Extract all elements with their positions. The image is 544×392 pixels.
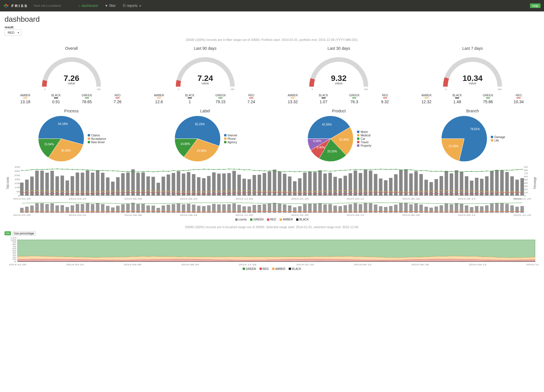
help-button[interactable]: help <box>530 3 541 8</box>
svg-point-184 <box>188 170 189 171</box>
svg-text:80: 80 <box>524 169 528 172</box>
svg-rect-115 <box>344 176 347 196</box>
pie-legend-item[interactable]: Property <box>357 144 371 147</box>
ts-legend-item[interactable]: GREEN <box>250 218 264 221</box>
nav-dashboard[interactable]: ⌂ dashboard <box>78 4 98 8</box>
pie-legend-item[interactable]: Motor <box>357 130 371 134</box>
nav-reports[interactable]: ☷ reports <box>123 4 141 8</box>
svg-point-188 <box>208 169 209 170</box>
gauge-cat-black: BLACK 1.48 <box>442 94 473 104</box>
svg-point-160 <box>67 169 68 170</box>
svg-rect-75 <box>142 172 145 196</box>
pie-legend-item[interactable]: Internet <box>224 134 237 137</box>
svg-point-159 <box>62 169 63 170</box>
area-legend-item[interactable]: BLACK <box>289 267 301 270</box>
pie-legend-item[interactable]: Claims <box>88 134 106 137</box>
svg-rect-130 <box>419 174 423 196</box>
svg-text:2015-04-12: 2015-04-12 <box>346 198 364 200</box>
area-chart-svg[interactable]: 01020304050607080901001102014-01-052014-… <box>5 237 539 266</box>
pie-legend-item[interactable]: Agency <box>224 141 237 144</box>
area-legend-item[interactable]: GREEN <box>243 267 256 270</box>
tagline: fraud, risk & compliance <box>34 4 61 7</box>
gauge-cat-label: AMBER <box>10 94 41 97</box>
svg-rect-94 <box>237 175 241 196</box>
svg-rect-268 <box>35 203 39 213</box>
svg-point-190 <box>218 169 220 170</box>
svg-text:2014-11-09: 2014-11-09 <box>235 214 253 216</box>
svg-point-178 <box>158 171 159 172</box>
filter-icon: ▼ <box>105 4 108 8</box>
svg-point-182 <box>178 170 179 171</box>
page: dashboard result: RED 20000 (100%) recor… <box>0 11 544 274</box>
svg-text:78.61%: 78.61% <box>470 128 480 131</box>
svg-point-207 <box>304 171 305 172</box>
svg-text:2015-06-28: 2015-06-28 <box>411 263 429 265</box>
svg-point-238 <box>461 172 462 172</box>
gauge-cat-green: GREEN 79.15 <box>205 94 236 104</box>
pie-legend-item[interactable]: Life <box>491 139 505 142</box>
ts-legend-item[interactable]: RED <box>267 218 276 221</box>
svg-point-197 <box>254 170 255 171</box>
gauge-cat-bar <box>425 97 429 98</box>
svg-rect-83 <box>182 174 185 196</box>
ts-legend-item[interactable]: BLACK <box>296 218 309 221</box>
svg-point-198 <box>259 170 260 171</box>
result-select[interactable]: RED <box>5 29 21 36</box>
page-title: dashboard <box>5 15 539 24</box>
timeseries-main: 0501001502002503003500102030405060708090… <box>5 166 539 221</box>
area-legend-item[interactable]: AMBER <box>272 267 286 270</box>
svg-text:0: 0 <box>18 194 20 197</box>
logo: FRISS <box>3 3 28 8</box>
svg-marker-2 <box>7 5 9 7</box>
svg-text:2015-01-25: 2015-01-25 <box>296 263 314 265</box>
svg-rect-295 <box>172 204 175 213</box>
svg-rect-149 <box>515 180 519 196</box>
svg-rect-305 <box>222 204 226 213</box>
svg-rect-122 <box>379 178 382 196</box>
toggle-label-button[interactable]: Use percentage <box>12 231 36 236</box>
pie-legend: DamageLife <box>491 135 505 142</box>
svg-text:90: 90 <box>12 241 16 243</box>
pie-legend-item[interactable]: Phone <box>224 137 237 140</box>
pie-legend-item[interactable]: Medical <box>357 134 371 137</box>
svg-point-213 <box>334 170 336 171</box>
svg-rect-294 <box>167 205 170 213</box>
svg-text:90: 90 <box>524 166 528 168</box>
gauge-cat-value: 78.65 <box>71 100 102 104</box>
pie-legend-label: Car <box>360 137 365 140</box>
gauge-title: Last 30 days <box>277 46 400 51</box>
svg-text:40: 40 <box>524 182 528 184</box>
timeseries-overview-svg[interactable]: 2014-01-052014-03-232014-06-082014-08-24… <box>5 201 539 216</box>
svg-rect-102 <box>278 172 281 196</box>
pie-legend-item[interactable]: Damage <box>491 136 505 139</box>
filter-info: 20000 (100%) records are in filter range… <box>5 38 539 41</box>
svg-point-199 <box>264 170 265 171</box>
ts-legend-item[interactable]: counts <box>235 218 247 221</box>
pie-legend-label: Life <box>494 139 499 142</box>
gauge-cat-bar <box>352 97 356 98</box>
pie-legend-item[interactable]: Acceptance <box>88 137 106 140</box>
svg-marker-1 <box>3 5 5 7</box>
svg-text:15.54%: 15.54% <box>44 143 54 146</box>
pie-legend-item[interactable]: New driver <box>88 141 106 144</box>
svg-rect-327 <box>333 206 337 213</box>
svg-text:2014-06-08: 2014-06-08 <box>124 198 142 200</box>
area-legend-item[interactable]: RED <box>260 267 269 270</box>
pie-legend-item[interactable]: Car <box>357 137 371 140</box>
gauge-title: Overall <box>10 46 133 51</box>
svg-point-223 <box>385 169 386 170</box>
nav-filter[interactable]: ▼ filter <box>105 4 116 8</box>
ts-legend-item[interactable]: AMBER <box>280 218 293 221</box>
gauge-svg: 7.24 value 0 100 <box>168 52 242 92</box>
toggle-on-button[interactable]: ON <box>5 231 11 235</box>
svg-rect-59 <box>61 176 64 196</box>
svg-point-171 <box>122 171 123 172</box>
timeseries-main-svg[interactable]: 0501001502002503003500102030405060708090… <box>5 166 539 200</box>
svg-point-249 <box>517 169 518 170</box>
svg-rect-314 <box>268 204 271 213</box>
svg-point-216 <box>350 170 351 170</box>
svg-point-181 <box>173 170 174 171</box>
svg-rect-141 <box>475 178 478 196</box>
pie-legend-item[interactable]: Travel <box>357 141 371 144</box>
svg-rect-299 <box>192 204 195 213</box>
